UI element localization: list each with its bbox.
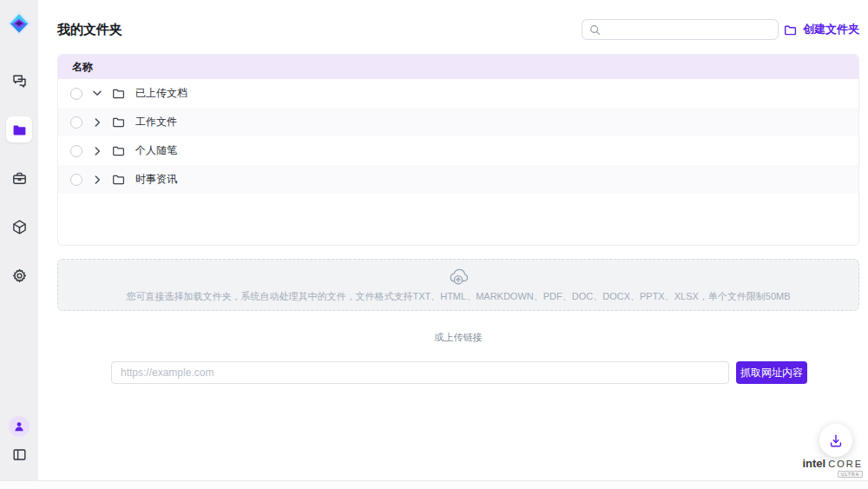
intel-wordmark: intel: [802, 457, 825, 470]
row-checkbox[interactable]: [70, 174, 82, 186]
sidebar: [0, 0, 38, 480]
download-button[interactable]: [819, 424, 852, 457]
search-box[interactable]: [582, 19, 779, 40]
intel-core-logo: intel core ultra: [809, 457, 863, 478]
table-row-personal-notes[interactable]: 个人随笔: [58, 136, 858, 165]
folder-icon: [112, 144, 125, 157]
create-folder-label: 创建文件夹: [803, 22, 859, 37]
sidebar-item-cube[interactable]: [6, 214, 32, 240]
folder-table: 名称 已上传文档 工作文件: [57, 54, 859, 246]
fetch-url-button[interactable]: 抓取网址内容: [736, 361, 807, 384]
table-row-work-files[interactable]: 工作文件: [58, 108, 858, 136]
panel-toggle-icon: [12, 447, 27, 462]
diamond-logo-icon: [6, 10, 32, 36]
main-content: 我的文件夹 创建文件夹 名称: [38, 0, 868, 480]
folder-name: 工作文件: [135, 115, 177, 129]
ultra-badge: ultra: [838, 471, 863, 478]
chevron-right-icon[interactable]: [92, 117, 102, 128]
create-folder-button[interactable]: 创建文件夹: [784, 21, 859, 38]
upload-description: 您可直接选择加载文件夹，系统自动处理其中的文件，文件格式支持TXT、HTML、M…: [126, 290, 790, 303]
cube-icon: [11, 219, 28, 235]
chat-icon: [11, 73, 28, 89]
sidebar-item-folders[interactable]: [6, 116, 32, 142]
row-checkbox[interactable]: [70, 145, 82, 157]
folder-icon: [112, 87, 125, 100]
sidebar-item-settings[interactable]: [6, 262, 32, 288]
briefcase-icon: [11, 170, 28, 187]
table-header-name: 名称: [58, 55, 858, 79]
folder-icon: [112, 116, 125, 129]
table-row-uploaded-docs[interactable]: 已上传文档: [58, 79, 858, 108]
url-input[interactable]: [111, 361, 729, 384]
search-input[interactable]: [606, 23, 771, 36]
table-row-news[interactable]: 时事资讯: [58, 165, 858, 194]
folder-plus-icon: [784, 23, 797, 36]
folder-name: 已上传文档: [135, 86, 187, 101]
folder-filled-icon: [12, 122, 27, 137]
row-checkbox[interactable]: [70, 88, 82, 100]
sidebar-bottom: [9, 416, 30, 465]
person-icon: [13, 420, 25, 433]
row-checkbox[interactable]: [70, 116, 82, 129]
page-title: 我的文件夹: [57, 22, 122, 38]
panel-toggle-button[interactable]: [9, 444, 30, 465]
chevron-right-icon[interactable]: [92, 175, 102, 185]
bottom-edge-strip: [0, 480, 868, 489]
sidebar-item-briefcase[interactable]: [6, 165, 32, 191]
upload-dropzone[interactable]: 您可直接选择加载文件夹，系统自动处理其中的文件，文件格式支持TXT、HTML、M…: [57, 259, 859, 311]
gear-icon: [11, 268, 28, 284]
cloud-upload-icon: [447, 268, 470, 287]
folder-name: 时事资讯: [135, 172, 177, 187]
user-avatar[interactable]: [9, 416, 30, 437]
search-icon: [589, 24, 601, 36]
link-upload-divider: 或上传链接: [57, 331, 859, 344]
folder-name: 个人随笔: [135, 143, 177, 158]
folder-icon: [112, 173, 125, 186]
core-wordmark: core: [828, 459, 863, 469]
sidebar-nav: [6, 68, 32, 288]
chevron-down-icon[interactable]: [92, 89, 102, 99]
chevron-right-icon[interactable]: [92, 146, 102, 156]
app-logo: [5, 7, 33, 40]
sidebar-item-chat[interactable]: [6, 68, 32, 94]
download-icon: [828, 433, 844, 448]
